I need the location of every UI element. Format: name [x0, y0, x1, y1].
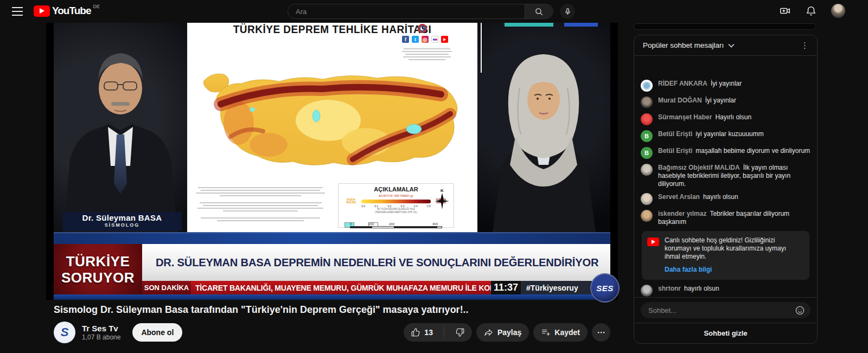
subscribe-button[interactable]: Abone ol: [132, 323, 182, 342]
banner-top-blue-bar: [54, 232, 610, 244]
chat-text: İyi yayınlar: [705, 97, 736, 104]
chat-message-list[interactable]: RİDEF ANKARAİyi yayınlar Murat DOĞANİyi …: [634, 56, 817, 297]
chat-text: hayırlı olsun: [684, 285, 719, 292]
like-count: 13: [424, 328, 433, 337]
chat-avatar: B: [641, 147, 653, 159]
chat-message: shrtonrhayırlı olsun: [641, 285, 810, 297]
hide-chat-button[interactable]: Sohbeti gizle: [634, 323, 817, 343]
chat-avatar: [641, 164, 653, 176]
program-logo-box: TÜRKİYE SORUYOR: [54, 244, 142, 294]
chat-avatar: B: [641, 130, 653, 142]
voice-search-button[interactable]: [560, 4, 575, 19]
dislike-button[interactable]: [448, 323, 472, 342]
video-title: Sismolog Dr. Süleyman Basa tarafından "T…: [54, 304, 610, 316]
video-player[interactable]: Dr. Süleyman BASA SİSMOLOG TÜRKİYE DEPRE…: [46, 23, 618, 300]
chat-author: Bağımsız Objektif MALiDA: [658, 164, 740, 171]
chat-author: Murat DOĞAN: [658, 97, 702, 104]
chat-avatar: [641, 210, 653, 222]
chat-message: iskender yılmazTebrikler başarılar diliy…: [641, 210, 810, 226]
channel-info[interactable]: Tr Ses Tv 1,07 B abone: [82, 324, 120, 341]
teal-overlay-tag: [505, 23, 553, 27]
left-speaker-video: Dr. Süleyman BASA SİSMOLOG: [54, 23, 187, 232]
hazard-gradient-bar: [361, 200, 431, 203]
chat-avatar: [641, 285, 653, 297]
channel-name[interactable]: Tr Ses Tv: [82, 324, 120, 333]
right-speaker-illustration: [477, 23, 610, 232]
map-footnote-text: [193, 185, 328, 223]
left-speaker-nametag: Dr. Süleyman BASA SİSMOLOG: [62, 212, 182, 231]
emoji-icon[interactable]: [795, 305, 805, 316]
earthquake-map-panel: TÜRKİYE DEPREM TEHLİKE HARİTASI f t ◎: [187, 23, 477, 232]
account-avatar[interactable]: [831, 4, 845, 18]
left-speaker-illustration: [54, 23, 187, 232]
chat-author: Servet Arslan: [658, 193, 700, 201]
chat-text: maşallah bebime diyorum ve dinliyorum: [695, 147, 810, 155]
compass-star-icon: [435, 193, 449, 209]
thumbs-down-icon: [455, 328, 465, 337]
chat-message-input[interactable]: [648, 306, 795, 315]
chat-text: Hayırlı olsun: [715, 113, 751, 121]
notifications-button[interactable]: [805, 5, 817, 17]
search-icon: [534, 7, 544, 16]
masthead: YouTube DE: [0, 0, 868, 23]
banner-bottom-blue-bar: [54, 294, 610, 300]
chat-message: Bağımsız Objektif MALiDAİlk yayın olması…: [641, 164, 810, 188]
compass-north-label: K: [435, 188, 449, 193]
chat-message: RİDEF ANKARAİyi yayınlar: [641, 80, 810, 92]
youtube-play-icon: [647, 238, 659, 246]
station-logo: SES: [590, 273, 620, 303]
chat-author: Betül Erişti: [658, 147, 692, 155]
map-scale-bar: 0 100 200 400: [350, 222, 442, 228]
chat-input-row: [634, 297, 817, 323]
region-code: DE: [93, 4, 100, 9]
more-actions-button[interactable]: ⋯: [592, 323, 610, 342]
chat-avatar: [641, 80, 653, 92]
save-button[interactable]: Kaydet: [533, 323, 588, 342]
chat-header: Popüler sohbet mesajları ⋮: [634, 35, 817, 56]
like-button[interactable]: 13: [404, 323, 440, 342]
left-speaker-name: Dr. Süleyman BASA: [62, 213, 182, 222]
bell-icon: [805, 5, 817, 17]
youtube-play-icon: [34, 5, 50, 17]
playlist-add-icon: [541, 328, 551, 337]
compass-rose: K: [435, 188, 449, 209]
chat-welcome-notice: Canlı sohbete hoş geldiniz! Gizliliğiniz…: [642, 231, 809, 280]
chat-top-strip: [634, 23, 816, 30]
channel-avatar[interactable]: S: [54, 322, 75, 343]
panel-divider-line: [481, 23, 482, 73]
chevron-down-icon: [728, 43, 735, 48]
program-name-line1: TÜRKİYE: [66, 253, 130, 269]
chat-avatar: [641, 113, 653, 125]
create-button[interactable]: [779, 5, 791, 17]
search-input[interactable]: [288, 4, 525, 18]
subscriber-count: 1,07 B abone: [82, 333, 120, 341]
ticker-text: TİCARET BAKANLIĞI, MUAYENE MEMURU, GÜMRÜ…: [191, 281, 491, 294]
left-speaker-role: SİSMOLOG: [62, 222, 182, 228]
chat-author: shrtonr: [658, 285, 681, 292]
program-name-line2: SORUYOR: [61, 269, 135, 286]
create-video-icon: [779, 5, 791, 17]
youtube-wordmark: YouTube: [52, 5, 91, 17]
chat-menu-button[interactable]: ⋮: [797, 38, 813, 53]
youtube-logo[interactable]: YouTube DE: [34, 5, 100, 17]
microphone-icon: [564, 8, 572, 16]
right-speaker-video: Aleyna KARATOSUN: [477, 23, 610, 232]
chat-avatar: [641, 97, 653, 108]
menu-icon[interactable]: [12, 7, 23, 16]
share-icon: [484, 328, 494, 337]
chat-mode-dropdown[interactable]: Popüler sohbet mesajları: [643, 41, 735, 49]
live-chat-panel: Popüler sohbet mesajları ⋮ RİDEF ANKARAİ…: [634, 35, 818, 344]
chat-text: İyi yayınlar: [711, 80, 742, 87]
chat-author: iskender yılmaz: [658, 210, 706, 217]
welcome-text: Canlı sohbete hoş geldiniz! Gizliliğiniz…: [665, 236, 803, 261]
map-legend: AÇIKLAMALAR EN BÜYÜK YER İVMESİ (g) DÜŞÜ…: [338, 183, 454, 228]
share-button[interactable]: Paylaş: [476, 323, 529, 342]
breaking-news-label: SON DAKİKA: [142, 281, 191, 294]
like-dislike-pill: 13: [404, 323, 472, 342]
chat-author: Sürmanşet Haber: [658, 113, 712, 121]
search-button[interactable]: [525, 4, 553, 18]
headline-text: DR. SÜLEYMAN BASA DEPREMİN NEDENLERİ VE …: [142, 256, 598, 269]
chat-text: hayırlı olsun: [703, 193, 738, 201]
chat-message: Murat DOĞANİyi yayınlar: [641, 97, 810, 108]
learn-more-link[interactable]: Daha fazla bilgi: [665, 266, 803, 273]
